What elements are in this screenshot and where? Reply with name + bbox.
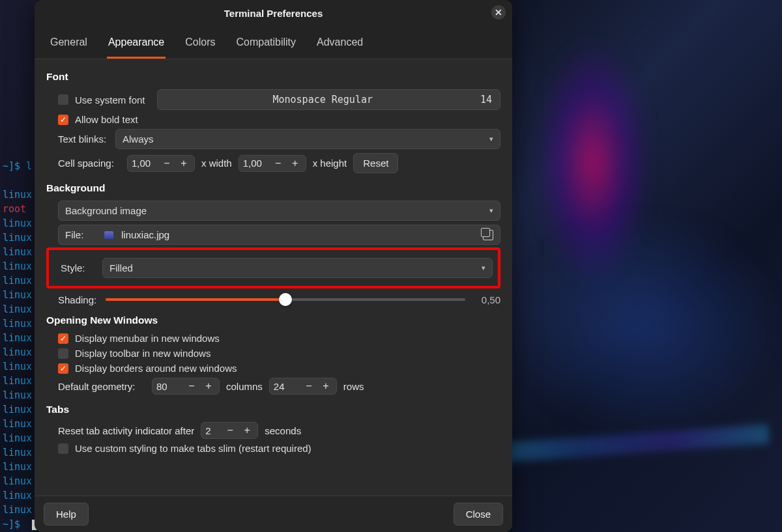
cell-height-stepper[interactable]: 1,00 − + xyxy=(239,155,306,172)
borders-checkbox[interactable] xyxy=(58,363,68,374)
font-size: 14 xyxy=(480,94,492,105)
columns-label: columns xyxy=(226,381,263,392)
help-button[interactable]: Help xyxy=(44,503,89,525)
allow-bold-label: Allow bold text xyxy=(75,114,138,125)
slim-tabs-checkbox[interactable] xyxy=(58,443,68,454)
shading-slider[interactable] xyxy=(106,294,465,305)
geometry-label: Default geometry: xyxy=(58,381,145,392)
terminal-behind: ~]$ l linux root linux linux linux linux… xyxy=(3,130,38,531)
text-blinks-label: Text blinks: xyxy=(58,133,109,145)
text-blinks-select[interactable]: Always ▾ xyxy=(115,129,500,149)
font-selector[interactable]: Monospace Regular 14 xyxy=(157,89,500,110)
reset-indicator-label-a: Reset tab activity indicator after xyxy=(58,425,194,436)
minus-icon[interactable]: − xyxy=(185,380,198,392)
close-button[interactable]: Close xyxy=(454,503,503,525)
background-mode-select[interactable]: Background image ▾ xyxy=(58,201,500,221)
rows-label: rows xyxy=(343,381,364,392)
reset-indicator-label-b: seconds xyxy=(265,425,301,436)
style-select[interactable]: Filled ▾ xyxy=(102,258,493,278)
minus-icon[interactable]: − xyxy=(160,158,173,169)
preferences-dialog: Terminal Preferences ✕ General Appearanc… xyxy=(35,0,512,532)
background-mode-value: Background image xyxy=(65,205,147,216)
toolbar-label: Display toolbar in new windows xyxy=(75,348,210,359)
use-system-font-label: Use system font xyxy=(75,94,145,105)
cell-width-stepper[interactable]: 1,00 − + xyxy=(127,155,195,172)
style-label: Style: xyxy=(61,262,96,273)
reset-button[interactable]: Reset xyxy=(353,153,398,173)
tab-appearance[interactable]: Appearance xyxy=(107,33,166,59)
plus-icon[interactable]: + xyxy=(202,380,215,392)
shading-label: Shading: xyxy=(58,294,96,305)
image-file-icon xyxy=(104,231,113,239)
text-blinks-value: Always xyxy=(123,133,154,145)
use-system-font-checkbox[interactable] xyxy=(58,94,68,105)
reset-seconds-stepper[interactable]: 2 − + xyxy=(201,422,258,439)
minus-icon[interactable]: − xyxy=(272,158,285,169)
tab-advanced[interactable]: Advanced xyxy=(315,33,364,59)
plus-icon[interactable]: + xyxy=(319,380,332,392)
tab-compatibility[interactable]: Compatibility xyxy=(235,33,297,59)
minus-icon[interactable]: − xyxy=(302,380,315,392)
chevron-down-icon: ▾ xyxy=(489,206,493,215)
style-highlight: Style: Filled ▾ xyxy=(46,247,500,288)
x-width-label: x width xyxy=(201,158,232,169)
x-height-label: x height xyxy=(313,158,347,169)
shading-value: 0,50 xyxy=(474,294,500,305)
cell-spacing-label: Cell spacing: xyxy=(58,158,121,169)
tab-general[interactable]: General xyxy=(49,33,89,59)
borders-label: Display borders around new windows xyxy=(75,363,237,374)
browse-file-icon[interactable] xyxy=(483,230,493,240)
dialog-footer: Help Close xyxy=(35,496,512,532)
section-background: Background xyxy=(46,182,500,194)
columns-value: 80 xyxy=(156,381,181,392)
window-title: Terminal Preferences xyxy=(224,8,323,19)
tab-colors[interactable]: Colors xyxy=(184,33,216,59)
allow-bold-checkbox[interactable] xyxy=(58,115,68,125)
tab-bar: General Appearance Colors Compatibility … xyxy=(35,26,512,59)
titlebar: Terminal Preferences ✕ xyxy=(35,0,512,26)
style-value: Filled xyxy=(109,262,133,273)
reset-seconds-value: 2 xyxy=(205,425,220,436)
bg-glow2 xyxy=(508,215,782,436)
chevron-down-icon: ▾ xyxy=(482,264,485,272)
rows-value: 24 xyxy=(274,381,298,392)
plus-icon[interactable]: + xyxy=(240,425,253,436)
file-label: File: xyxy=(65,229,96,240)
cell-width-value: 1,00 xyxy=(132,158,156,169)
columns-stepper[interactable]: 80 − + xyxy=(152,378,220,395)
slim-tabs-label: Use custom styling to make tabs slim (re… xyxy=(75,443,311,454)
file-row: File: linuxiac.jpg xyxy=(58,225,500,245)
menubar-label: Display menubar in new windows xyxy=(75,333,220,344)
rows-stepper[interactable]: 24 − + xyxy=(269,378,337,395)
chevron-down-icon: ▾ xyxy=(489,135,493,143)
close-icon[interactable]: ✕ xyxy=(491,5,506,20)
section-font: Font xyxy=(46,71,500,83)
plus-icon[interactable]: + xyxy=(289,158,302,169)
toolbar-checkbox[interactable] xyxy=(58,348,68,359)
plus-icon[interactable]: + xyxy=(177,158,190,169)
menubar-checkbox[interactable] xyxy=(58,333,68,344)
file-name: linuxiac.jpg xyxy=(121,229,169,240)
font-name: Monospace Regular xyxy=(166,94,480,105)
section-opening: Opening New Windows xyxy=(46,315,500,326)
cell-height-value: 1,00 xyxy=(243,158,268,169)
section-tabs: Tabs xyxy=(46,404,500,415)
minus-icon[interactable]: − xyxy=(224,425,237,436)
content-area: Font Use system font Monospace Regular 1… xyxy=(35,59,512,496)
